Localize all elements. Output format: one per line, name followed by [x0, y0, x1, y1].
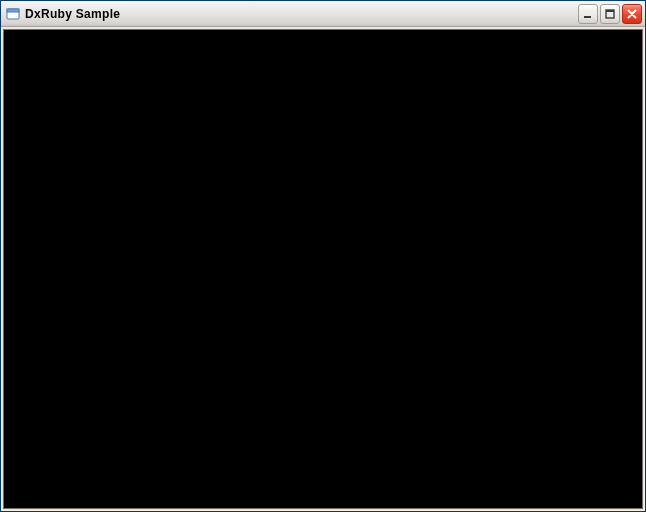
- maximize-icon: [605, 9, 615, 19]
- titlebar[interactable]: DxRuby Sample: [1, 1, 645, 27]
- close-button[interactable]: [622, 4, 642, 24]
- svg-rect-1: [7, 9, 19, 12]
- window-controls: [578, 4, 642, 24]
- maximize-button[interactable]: [600, 4, 620, 24]
- window-title: DxRuby Sample: [25, 7, 578, 21]
- minimize-button[interactable]: [578, 4, 598, 24]
- app-window: DxRuby Sample: [0, 0, 646, 512]
- close-icon: [627, 9, 637, 19]
- svg-rect-4: [606, 10, 614, 12]
- minimize-icon: [583, 9, 593, 19]
- svg-rect-2: [584, 16, 591, 18]
- client-area: [3, 29, 643, 509]
- window-icon: [5, 6, 21, 22]
